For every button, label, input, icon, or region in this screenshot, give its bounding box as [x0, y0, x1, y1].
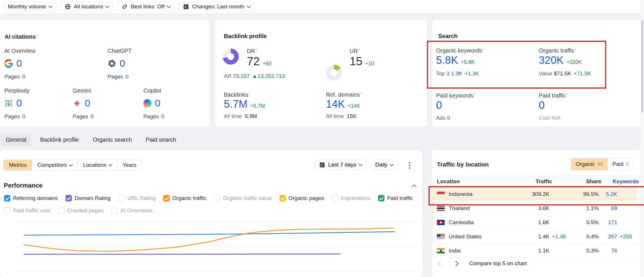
keywords-link[interactable]: 76	[599, 248, 617, 254]
checkbox-impressions[interactable]: Impressions	[332, 195, 370, 201]
info-icon[interactable]: i	[37, 33, 38, 37]
checkbox-crawled-pages[interactable]: Crawled pages	[58, 207, 104, 214]
segment-years[interactable]: Years	[117, 160, 142, 170]
dr-delta: +60	[263, 61, 272, 66]
collapse-section-icon[interactable]	[412, 185, 417, 190]
perplexity-pages-link[interactable]: 0	[22, 113, 25, 119]
checkbox-icon	[332, 195, 338, 201]
organic-keywords-delta: +5.8K	[461, 59, 475, 65]
best-links-dropdown[interactable]: Best links: Off	[117, 2, 174, 11]
ur-label: URi	[350, 47, 360, 55]
backlinks-value-link[interactable]: 5.7M	[224, 98, 247, 110]
tab-backlink-profile[interactable]: Backlink profile	[35, 134, 84, 146]
info-icon[interactable]: i	[575, 47, 576, 51]
granularity-dropdown[interactable]: Daily	[371, 160, 397, 170]
checkbox-icon	[378, 195, 384, 201]
table-row-cambodia[interactable]: Cambodia 1.6K 0.5% 171	[432, 216, 644, 230]
paid-traffic-value-link[interactable]: 0	[539, 99, 545, 111]
next-page-icon[interactable]	[453, 261, 458, 266]
toggle-organic[interactable]: Organic90	[571, 158, 607, 170]
organic-count: 90	[598, 161, 603, 167]
table-row-india[interactable]: India 1.1K 0.3% 76	[432, 244, 644, 258]
search-title: Search	[438, 33, 458, 40]
dr-donut-chart	[223, 48, 239, 65]
gemini-pages-link[interactable]: 0	[91, 113, 94, 119]
info-icon[interactable]: i	[249, 91, 250, 95]
ur-delta: +10	[365, 61, 374, 66]
toggle-paid[interactable]: Paid0	[607, 158, 633, 170]
checkbox-paid-traffic-cost[interactable]: Paid traffic cost	[4, 207, 50, 214]
tab-organic-search[interactable]: Organic search	[88, 134, 137, 146]
checkbox-organic-traffic-value[interactable]: Organic traffic value	[214, 195, 272, 201]
organic-keywords-value-link[interactable]: 5.8K	[436, 54, 458, 66]
info-icon[interactable]: i	[256, 47, 257, 52]
location-pagination: Compare top 5 on chart	[439, 260, 527, 267]
chatgpt-count[interactable]: 0	[120, 58, 125, 69]
ai-citations-title: AI citationsi	[5, 33, 37, 40]
ai-overview-count[interactable]: 0	[16, 58, 22, 69]
checkbox-icon	[65, 195, 72, 201]
checkbox-organic-traffic[interactable]: Organic traffic	[163, 195, 206, 201]
tab-paid-search[interactable]: Paid search	[141, 134, 181, 146]
column-location[interactable]: Location	[437, 178, 524, 185]
copilot-count[interactable]: 0	[155, 98, 160, 109]
top3-link[interactable]: 1.3K	[451, 70, 462, 76]
checkbox-referring-domains[interactable]: Referring domains	[4, 195, 58, 201]
prev-page-icon[interactable]	[438, 261, 443, 266]
scrollbar[interactable]	[641, 0, 644, 277]
table-row-united-states[interactable]: United States 1.4K +1.4K 0.4% 257 +255	[432, 230, 644, 244]
ar-row: AR 73,157▲13,252,713	[224, 73, 285, 79]
chevron-down-icon	[358, 162, 363, 166]
copilot-pages-link[interactable]: 0	[161, 113, 164, 119]
checkbox-icon	[119, 195, 125, 201]
ai-overview-pages-link[interactable]: 0	[22, 74, 25, 80]
gemini-count[interactable]: 0	[85, 98, 90, 109]
keywords-link[interactable]: 5.2K	[599, 191, 617, 197]
paid-keywords-sub: Ads 0	[436, 115, 450, 121]
info-icon[interactable]: i	[359, 47, 360, 52]
all-locations-dropdown[interactable]: All locations	[60, 2, 113, 11]
performance-chart[interactable]	[3, 220, 420, 274]
ai-citation-gemini: Gemini 0 Pages0	[73, 87, 139, 120]
keywords-link[interactable]: 69	[599, 205, 617, 212]
keywords-link[interactable]: 171	[599, 219, 617, 226]
date-range-label: Last 7 days	[328, 162, 356, 168]
date-range-dropdown[interactable]: Last 7 days	[315, 160, 366, 170]
chatgpt-pages-link[interactable]: 0	[125, 74, 129, 80]
compare-top5-label[interactable]: Compare top 5 on chart	[469, 260, 527, 267]
checkbox-ai-overviews[interactable]: AI Overviews	[111, 207, 153, 214]
info-icon[interactable]: i	[361, 91, 362, 95]
segment-metrics[interactable]: Metrics	[4, 160, 32, 170]
ar-value-link[interactable]: 73,157	[233, 73, 250, 79]
perplexity-count[interactable]: 0	[16, 98, 22, 109]
checkbox-domain-rating[interactable]: Domain Rating	[65, 195, 111, 201]
metric-checkbox-row-1: Referring domains Domain Rating URL Rati…	[4, 195, 413, 201]
kebab-menu-icon[interactable]	[408, 161, 412, 170]
checkbox-paid-traffic[interactable]: Paid traffic	[378, 195, 413, 201]
column-share[interactable]: Share	[575, 178, 601, 185]
info-icon[interactable]: i	[474, 92, 475, 96]
keywords-link[interactable]: 257	[599, 233, 617, 240]
checkbox-url-rating[interactable]: URL Rating	[119, 195, 156, 201]
ref-domains-value-link[interactable]: 14K	[326, 98, 345, 110]
checkbox-organic-pages[interactable]: Organic pages	[279, 195, 324, 201]
monthly-volume-dropdown[interactable]: Monthly volume	[3, 2, 56, 11]
column-keywords[interactable]: Keywords	[601, 178, 639, 185]
scrollbar-thumb[interactable]	[641, 20, 643, 113]
column-traffic[interactable]: Traffic	[524, 178, 552, 185]
table-row-thailand[interactable]: Thailand 3.6K 1.1% 69	[432, 201, 644, 216]
section-tabs: General Backlink profile Organic search …	[1, 134, 181, 146]
ref-domains-label: Ref. domainsi	[326, 91, 362, 98]
paid-keywords-value-link[interactable]: 0	[436, 99, 442, 111]
changes-dropdown[interactable]: Changes: Last month	[179, 2, 254, 11]
tab-general[interactable]: General	[1, 134, 31, 146]
segment-locations[interactable]: Locations	[78, 160, 117, 170]
organic-traffic-value-link[interactable]: 320K	[539, 54, 564, 66]
ads-link[interactable]: 0	[447, 115, 450, 121]
checkbox-icon	[4, 195, 10, 201]
info-icon[interactable]: i	[483, 47, 484, 51]
organic-traffic-sub: Value $71.5K+71.5K	[539, 70, 591, 77]
table-row-indonesia[interactable]: Indonesia 309.2K 96.5% 5.2K	[432, 187, 644, 201]
info-icon[interactable]: i	[567, 92, 568, 96]
segment-competitors[interactable]: Competitors	[32, 160, 77, 170]
